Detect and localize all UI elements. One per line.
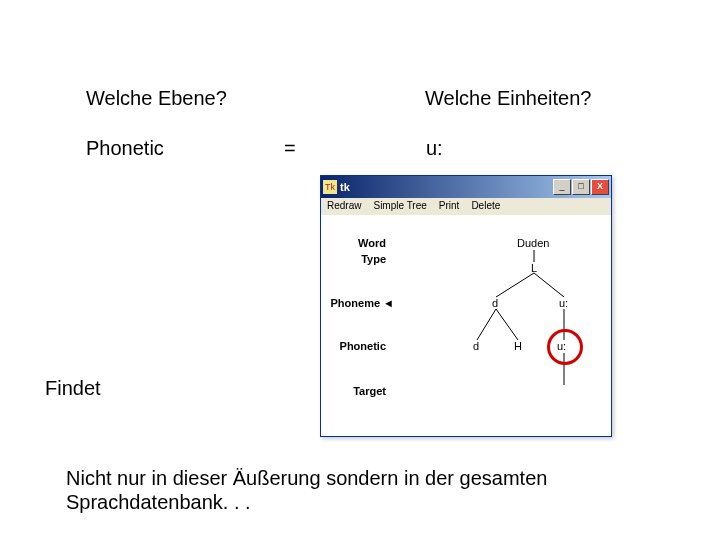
- close-button[interactable]: X: [591, 179, 609, 195]
- menubar: Redraw Simple Tree Print Delete: [321, 198, 611, 216]
- menu-print[interactable]: Print: [433, 198, 466, 215]
- svg-line-1: [496, 273, 534, 297]
- tree-edges: [321, 215, 611, 435]
- tk-window: Tk tk _ □ X Redraw Simple Tree Print Del…: [320, 175, 612, 437]
- tk-icon: Tk: [323, 180, 337, 194]
- highlight-circle: [547, 329, 583, 365]
- window-title: tk: [340, 181, 553, 193]
- question-units: Welche Einheiten?: [425, 87, 591, 110]
- findet-label: Findet: [45, 377, 101, 400]
- question-level: Welche Ebene?: [86, 87, 227, 110]
- menu-redraw[interactable]: Redraw: [321, 198, 367, 215]
- footer-note: Nicht nur in dieser Äußerung sondern in …: [66, 466, 596, 514]
- answer-level: Phonetic: [86, 137, 164, 160]
- minimize-button[interactable]: _: [553, 179, 571, 195]
- svg-line-3: [477, 309, 496, 340]
- svg-line-2: [534, 273, 564, 297]
- maximize-button[interactable]: □: [572, 179, 590, 195]
- svg-line-4: [496, 309, 518, 340]
- titlebar: Tk tk _ □ X: [321, 176, 611, 198]
- menu-delete[interactable]: Delete: [465, 198, 506, 215]
- tree-canvas: Word Type Phoneme ◄ Phonetic Target Dude…: [321, 215, 611, 436]
- equals-sign: =: [284, 137, 296, 160]
- answer-unit: u:: [426, 137, 443, 160]
- menu-simpletree[interactable]: Simple Tree: [367, 198, 432, 215]
